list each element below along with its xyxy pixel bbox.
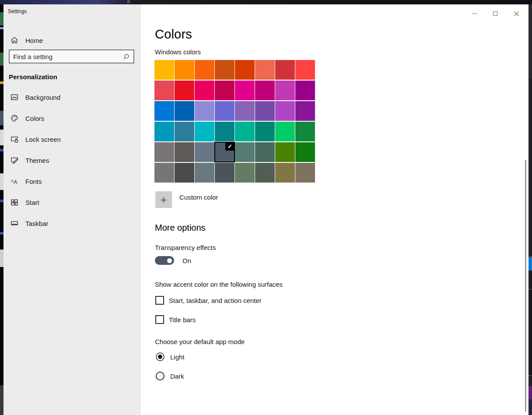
- sidebar-item-fonts[interactable]: A A Fonts: [4, 172, 141, 190]
- color-swatch[interactable]: [275, 163, 295, 183]
- sidebar-item-background[interactable]: Background: [4, 88, 141, 106]
- color-swatch[interactable]: [295, 163, 315, 183]
- search-input[interactable]: [10, 53, 123, 60]
- search-box[interactable]: [9, 49, 134, 63]
- desktop-fragment: [528, 386, 532, 399]
- checkbox-start-taskbar-action-center[interactable]: Start, taskbar, and action center: [155, 296, 262, 305]
- settings-window: Settings Home Personalization: [4, 4, 528, 415]
- checkbox-icon[interactable]: [155, 296, 164, 305]
- desktop-fragment: [0, 200, 4, 202]
- color-swatch[interactable]: [215, 60, 234, 80]
- maximize-button[interactable]: [489, 9, 501, 18]
- color-swatch[interactable]: [295, 142, 315, 162]
- color-swatch[interactable]: [195, 163, 214, 183]
- color-swatch[interactable]: [175, 122, 194, 141]
- color-swatch[interactable]: [154, 101, 174, 121]
- color-swatch[interactable]: [255, 122, 275, 141]
- sidebar-item-home[interactable]: Home: [4, 32, 141, 49]
- color-swatch[interactable]: [195, 101, 214, 121]
- accent-surfaces-label: Show accent color on the following surfa…: [155, 281, 283, 288]
- color-swatch[interactable]: [275, 60, 295, 80]
- color-swatch[interactable]: [235, 81, 255, 100]
- desktop-fragment: [0, 385, 4, 415]
- custom-color-label: Custom color: [179, 191, 218, 201]
- toggle-knob: [167, 258, 172, 263]
- color-swatch[interactable]: [215, 163, 234, 183]
- checkbox-title-bars[interactable]: Title bars: [155, 315, 196, 324]
- color-swatch[interactable]: [175, 163, 194, 183]
- color-swatch[interactable]: [195, 81, 214, 100]
- color-swatch[interactable]: [295, 122, 315, 141]
- radio-light[interactable]: Light: [156, 352, 185, 361]
- radio-icon[interactable]: [156, 352, 164, 361]
- desktop-fragment: [528, 271, 532, 288]
- sidebar-item-label: Themes: [25, 157, 49, 164]
- color-swatch[interactable]: ✓: [215, 142, 234, 162]
- color-swatch[interactable]: [235, 122, 255, 141]
- desktop-fragment: [0, 250, 4, 267]
- color-swatch[interactable]: [275, 142, 295, 162]
- checkbox-label: Start, taskbar, and action center: [169, 297, 262, 304]
- color-swatch[interactable]: [295, 81, 315, 100]
- sidebar-item-start[interactable]: Start: [4, 193, 141, 211]
- color-swatch[interactable]: [255, 101, 275, 121]
- radio-label: Light: [170, 353, 185, 361]
- desktop-fragment: [0, 12, 4, 25]
- color-swatch[interactable]: [215, 81, 234, 100]
- sidebar-item-taskbar[interactable]: Taskbar: [4, 215, 141, 232]
- color-swatch[interactable]: [235, 101, 255, 121]
- color-swatch[interactable]: [154, 163, 174, 183]
- custom-color-button[interactable]: + Custom color: [155, 191, 218, 208]
- sidebar-item-colors[interactable]: Colors: [4, 109, 141, 127]
- color-swatch[interactable]: [195, 142, 214, 162]
- windows-colors-grid: ✓: [154, 60, 315, 183]
- color-swatch[interactable]: [154, 60, 174, 80]
- color-swatch[interactable]: [154, 81, 174, 100]
- color-swatch[interactable]: [295, 101, 315, 121]
- color-swatch[interactable]: [154, 142, 174, 162]
- plus-icon[interactable]: +: [155, 191, 172, 208]
- sidebar-item-label: Background: [25, 94, 60, 101]
- color-swatch[interactable]: [175, 142, 194, 162]
- checkbox-label: Title bars: [169, 316, 196, 324]
- radio-icon[interactable]: [156, 372, 164, 380]
- scrollbar-thumb[interactable]: [525, 160, 526, 411]
- color-swatch[interactable]: [175, 101, 194, 121]
- home-icon: [10, 36, 18, 44]
- color-swatch[interactable]: [215, 101, 234, 121]
- color-swatch[interactable]: [295, 60, 315, 80]
- background-image-icon: [10, 93, 18, 101]
- color-swatch[interactable]: [235, 163, 255, 183]
- color-swatch[interactable]: [255, 163, 275, 183]
- transparency-toggle[interactable]: [155, 256, 174, 265]
- checkbox-icon[interactable]: [155, 315, 164, 324]
- color-swatch[interactable]: [255, 81, 275, 100]
- radio-dot: [158, 355, 162, 359]
- sidebar-item-themes[interactable]: Themes: [4, 151, 141, 169]
- color-swatch[interactable]: [195, 122, 214, 141]
- color-swatch[interactable]: [215, 122, 234, 141]
- close-button[interactable]: [510, 9, 522, 18]
- more-options-header: More options: [155, 223, 206, 233]
- radio-label: Dark: [170, 373, 184, 380]
- minimize-button[interactable]: [468, 9, 480, 18]
- taskbar-icon: [10, 219, 18, 227]
- desktop-fragment: [0, 173, 4, 190]
- color-swatch[interactable]: [275, 81, 295, 100]
- sidebar-item-label: Fonts: [25, 178, 42, 185]
- sidebar-item-lock-screen[interactable]: Lock screen: [4, 130, 141, 148]
- color-swatch[interactable]: [255, 60, 275, 80]
- color-swatch[interactable]: [235, 142, 255, 162]
- color-swatch[interactable]: [255, 142, 275, 162]
- color-swatch[interactable]: [235, 60, 255, 80]
- color-swatch[interactable]: [275, 122, 295, 141]
- color-swatch[interactable]: [275, 101, 295, 121]
- radio-dot: [158, 374, 162, 378]
- color-swatch[interactable]: [175, 60, 194, 80]
- color-swatch[interactable]: [195, 60, 214, 80]
- desktop-fragment: [0, 53, 4, 66]
- screen: o Settings: [0, 0, 532, 415]
- radio-dark[interactable]: Dark: [156, 372, 184, 380]
- color-swatch[interactable]: [154, 122, 174, 141]
- color-swatch[interactable]: [175, 81, 194, 100]
